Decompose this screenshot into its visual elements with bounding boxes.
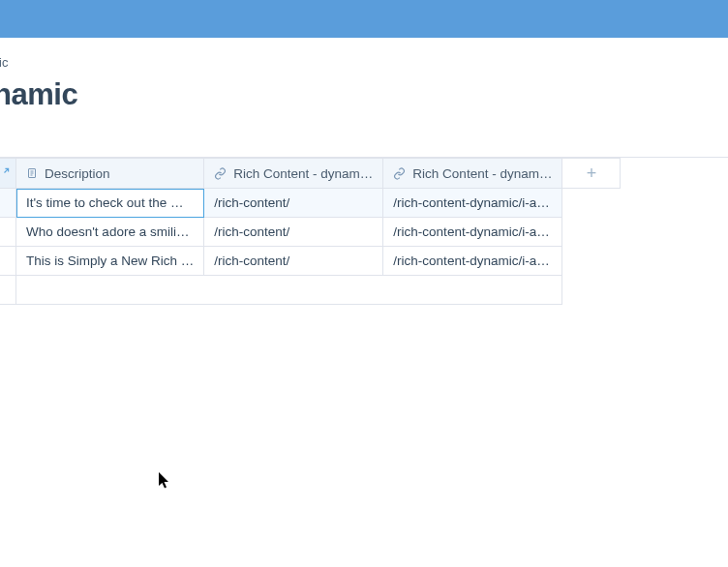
- row-stub-cell[interactable]: [0, 218, 16, 247]
- cell-empty: [562, 189, 621, 218]
- add-column-button[interactable]: +: [562, 159, 621, 189]
- column-header-rich-content-1[interactable]: Rich Content - dynam…: [204, 159, 383, 189]
- data-table: Description Rich Content - dynam…: [0, 157, 728, 305]
- column-label: Rich Content - dynam…: [233, 166, 373, 181]
- cell-empty: [562, 276, 621, 305]
- cell-description[interactable]: Who doesn't adore a smili…: [16, 218, 204, 247]
- row-stub-cell[interactable]: [0, 189, 16, 218]
- cell-description[interactable]: This is Simply a New Rich …: [16, 247, 204, 276]
- cell-rich-content-1[interactable]: /rich-content/: [204, 218, 383, 247]
- column-header-description[interactable]: Description: [16, 159, 204, 189]
- column-label: Rich Content - dynam…: [412, 166, 552, 181]
- row-stub-cell[interactable]: [0, 247, 16, 276]
- column-label: Description: [45, 166, 194, 181]
- expand-icon: [0, 167, 10, 178]
- table-row-empty[interactable]: [0, 276, 621, 305]
- table-row[interactable]: This is Simply a New Rich … /rich-conten…: [0, 247, 621, 276]
- plus-icon: +: [587, 164, 597, 183]
- page-title: - dynamic: [0, 77, 728, 112]
- row-stub-cell[interactable]: [0, 276, 16, 305]
- cell-rich-content-2[interactable]: /rich-content-dynamic/i-a…: [383, 218, 562, 247]
- cell-rich-content-2[interactable]: /rich-content-dynamic/i-a…: [383, 189, 562, 218]
- cell-description[interactable]: It's time to check out the …: [16, 189, 204, 218]
- text-column-icon: [26, 166, 38, 180]
- cell-rich-content-1[interactable]: /rich-content/: [204, 247, 383, 276]
- table-row[interactable]: It's time to check out the … /rich-conte…: [0, 189, 621, 218]
- cell-rich-content-1[interactable]: /rich-content/: [204, 189, 383, 218]
- link-icon: [393, 167, 406, 180]
- column-header-rich-content-2[interactable]: Rich Content - dynam…: [383, 159, 562, 189]
- top-navbar: [0, 0, 728, 38]
- cell-empty: [562, 247, 621, 276]
- cell-empty-span[interactable]: [16, 276, 562, 305]
- breadcrumb[interactable]: dynamic: [0, 38, 728, 70]
- column-header-stub[interactable]: [0, 159, 16, 189]
- cell-empty: [562, 218, 621, 247]
- mouse-cursor-icon: [159, 472, 171, 489]
- cell-rich-content-2[interactable]: /rich-content-dynamic/i-a…: [383, 247, 562, 276]
- table-row[interactable]: Who doesn't adore a smili… /rich-content…: [0, 218, 621, 247]
- link-icon: [214, 167, 227, 180]
